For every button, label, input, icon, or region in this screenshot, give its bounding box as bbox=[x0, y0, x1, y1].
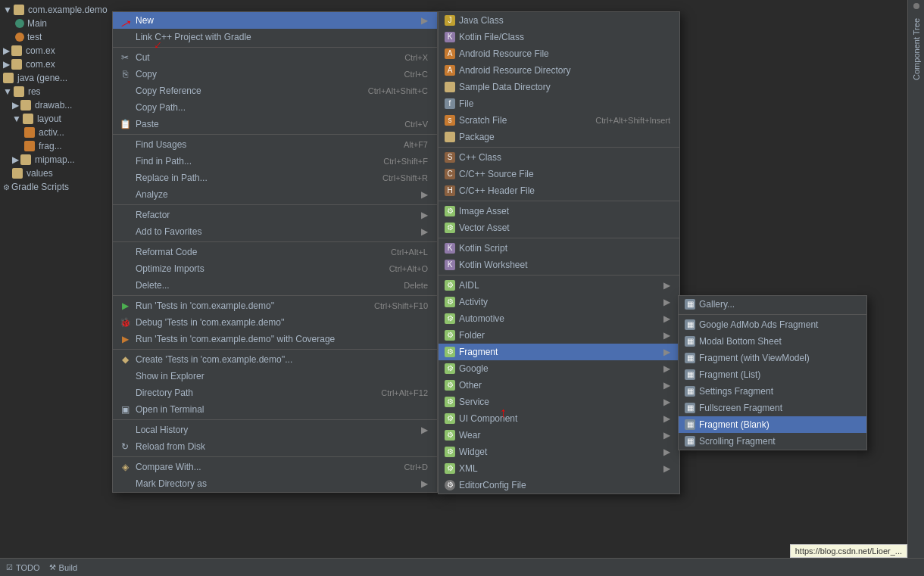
fragment-admob[interactable]: ▦ Google AdMob Ads Fragment bbox=[679, 316, 866, 333]
menu-item-terminal[interactable]: ▣ Open in Terminal bbox=[113, 401, 437, 418]
separator6 bbox=[113, 349, 437, 350]
tree-item-mipmap[interactable]: ▶ mipmap... bbox=[0, 153, 114, 167]
menu-item-refactor[interactable]: Refactor ▶ bbox=[113, 207, 437, 223]
tree-item-frag[interactable]: frag... bbox=[0, 139, 114, 153]
tree-item-layout[interactable]: ▼ layout bbox=[0, 112, 114, 126]
fragment-blank[interactable]: ▦ Fragment (Blank) bbox=[679, 416, 866, 433]
tree-item-demo[interactable]: ▼ com.example.demo bbox=[0, 3, 114, 17]
gallery-icon: ▦ bbox=[685, 299, 695, 310]
fragment-fullscreen[interactable]: ▦ Fullscreen Fragment bbox=[679, 400, 866, 416]
menu-item-debug[interactable]: 🐞 Debug 'Tests in 'com.example.demo'' bbox=[113, 314, 437, 331]
fragment-scrolling[interactable]: ▦ Scrolling Fragment bbox=[679, 433, 866, 450]
separator5 bbox=[113, 295, 437, 296]
menu-item-analyze[interactable]: Analyze ▶ bbox=[113, 186, 437, 203]
package-icon bbox=[445, 132, 455, 142]
menu-item-paste[interactable]: 📋 Paste Ctrl+V bbox=[113, 116, 437, 132]
menu-item-favorites[interactable]: Add to Favorites ▶ bbox=[113, 223, 437, 240]
fragment-settings[interactable]: ▦ Settings Fragment bbox=[679, 383, 866, 400]
menu-item-replace-path[interactable]: Replace in Path... Ctrl+Shift+R bbox=[113, 170, 437, 186]
new-aidl[interactable]: ⚙ AIDL ▶ bbox=[439, 277, 679, 294]
tree-item-values[interactable]: values bbox=[0, 167, 114, 180]
submenu-new: J Java Class K Kotlin File/Class A Andro… bbox=[438, 11, 680, 494]
tree-item-java[interactable]: java (gene... bbox=[0, 71, 114, 85]
new-ui-component[interactable]: ⚙ UI Component ▶ bbox=[439, 410, 679, 427]
service-icon: ⚙ bbox=[445, 397, 455, 407]
new-android-res-file[interactable]: A Android Resource File bbox=[439, 45, 679, 62]
new-other[interactable]: ⚙ Other ▶ bbox=[439, 377, 679, 394]
file-icon: f bbox=[445, 98, 455, 109]
new-scratch[interactable]: s Scratch File Ctrl+Alt+Shift+Insert bbox=[439, 112, 679, 129]
new-kotlin-file[interactable]: K Kotlin File/Class bbox=[439, 29, 679, 45]
tree-item-res[interactable]: ▼ res bbox=[0, 85, 114, 98]
new-cpp-header[interactable]: H C/C++ Header File bbox=[439, 182, 679, 199]
menu-item-find-usages[interactable]: Find Usages Alt+F7 bbox=[113, 136, 437, 153]
fragment-list[interactable]: ▦ Fragment (List) bbox=[679, 366, 866, 383]
menu-item-compare[interactable]: ◈ Compare With... Ctrl+D bbox=[113, 459, 437, 475]
layout-file-icon1 bbox=[24, 127, 35, 138]
new-file[interactable]: f File bbox=[439, 95, 679, 112]
menu-item-show-explorer[interactable]: Show in Explorer bbox=[113, 368, 437, 385]
folder-icon5 bbox=[14, 86, 24, 97]
scratch-icon: s bbox=[445, 115, 455, 126]
component-tree-label[interactable]: Component Tree bbox=[912, 18, 921, 80]
new-kotlin-worksheet[interactable]: K Kotlin Worksheet bbox=[439, 257, 679, 273]
menu-item-link-cpp[interactable]: Link C++ Project with Gradle bbox=[113, 29, 437, 45]
new-editorconfig[interactable]: ⚙ EditorConfig File bbox=[439, 477, 679, 493]
fragment-gallery[interactable]: ▦ Gallery... bbox=[679, 296, 866, 313]
menu-item-reformat[interactable]: Reformat Code Ctrl+Alt+L bbox=[113, 244, 437, 260]
new-sample-data[interactable]: Sample Data Directory bbox=[439, 79, 679, 95]
menu-item-reload[interactable]: ↻ Reload from Disk bbox=[113, 438, 437, 455]
sample-folder-icon bbox=[445, 82, 455, 92]
new-image-asset[interactable]: ⚙ Image Asset bbox=[439, 203, 679, 220]
menu-item-new[interactable]: New ▶ bbox=[113, 12, 437, 29]
new-fragment[interactable]: ⚙ Fragment ▶ bbox=[439, 344, 679, 360]
new-widget[interactable]: ⚙ Widget ▶ bbox=[439, 444, 679, 460]
menu-item-cut[interactable]: ✂ Cut Ctrl+X bbox=[113, 49, 437, 66]
folder-icon3 bbox=[11, 59, 22, 70]
tree-item-drawable[interactable]: ▶ drawab... bbox=[0, 98, 114, 112]
separator2 bbox=[113, 134, 437, 135]
image-asset-icon: ⚙ bbox=[445, 206, 455, 216]
new-cpp-class[interactable]: S C++ Class bbox=[439, 149, 679, 166]
fragment-viewmodel[interactable]: ▦ Fragment (with ViewModel) bbox=[679, 350, 866, 366]
menu-item-run-coverage[interactable]: ▶ Run 'Tests in 'com.example.demo'' with… bbox=[113, 331, 437, 347]
tree-item-comex2[interactable]: ▶ com.ex bbox=[0, 58, 114, 71]
tree-item-gradle[interactable]: ⚙ Gradle Scripts bbox=[0, 180, 114, 194]
new-package[interactable]: Package bbox=[439, 129, 679, 145]
fragment-modal[interactable]: ▦ Modal Bottom Sheet bbox=[679, 333, 866, 350]
menu-item-find-path[interactable]: Find in Path... Ctrl+Shift+F bbox=[113, 153, 437, 170]
menu-item-dir-path[interactable]: Directory Path Ctrl+Alt+F12 bbox=[113, 385, 437, 401]
menu-item-local-history[interactable]: Local History ▶ bbox=[113, 422, 437, 438]
new-wear[interactable]: ⚙ Wear ▶ bbox=[439, 427, 679, 444]
tree-item-activ[interactable]: activ... bbox=[0, 126, 114, 139]
new-vector-asset[interactable]: ⚙ Vector Asset bbox=[439, 220, 679, 236]
new-android-res-dir[interactable]: A Android Resource Directory bbox=[439, 62, 679, 79]
menu-item-copy-path[interactable]: Copy Path... bbox=[113, 99, 437, 116]
menu-item-optimize[interactable]: Optimize Imports Ctrl+Alt+O bbox=[113, 260, 437, 277]
menu-item-copy[interactable]: ⎘ Copy Ctrl+C bbox=[113, 66, 437, 83]
sep-frag1 bbox=[679, 314, 866, 315]
sidebar-dot bbox=[913, 3, 919, 9]
todo-tab[interactable]: ☑ TODO bbox=[6, 563, 40, 572]
new-activity[interactable]: ⚙ Activity ▶ bbox=[439, 294, 679, 310]
admob-icon: ▦ bbox=[685, 319, 695, 330]
new-xml[interactable]: ⚙ XML ▶ bbox=[439, 460, 679, 477]
menu-item-delete[interactable]: Delete... Delete bbox=[113, 277, 437, 294]
folder-icon6 bbox=[20, 100, 31, 111]
new-folder[interactable]: ⚙ Folder ▶ bbox=[439, 327, 679, 344]
build-tab[interactable]: ⚒ Build bbox=[49, 563, 77, 572]
menu-item-mark-dir[interactable]: Mark Directory as ▶ bbox=[113, 475, 437, 492]
menu-item-copy-ref[interactable]: Copy Reference Ctrl+Alt+Shift+C bbox=[113, 83, 437, 99]
menu-item-create-tests[interactable]: ◆ Create 'Tests in 'com.example.demo''..… bbox=[113, 351, 437, 368]
menu-item-run[interactable]: ▶ Run 'Tests in 'com.example.demo'' Ctrl… bbox=[113, 297, 437, 314]
new-google[interactable]: ⚙ Google ▶ bbox=[439, 360, 679, 377]
new-java-class[interactable]: J Java Class bbox=[439, 12, 679, 29]
tree-item-test[interactable]: test bbox=[0, 30, 114, 44]
tree-item-main[interactable]: Main bbox=[0, 17, 114, 30]
new-automotive[interactable]: ⚙ Automotive ▶ bbox=[439, 310, 679, 327]
new-cpp-source[interactable]: C C/C++ Source File bbox=[439, 166, 679, 182]
new-kotlin-script[interactable]: K Kotlin Script bbox=[439, 240, 679, 257]
tree-item-comex1[interactable]: ▶ com.ex bbox=[0, 44, 114, 58]
new-service[interactable]: ⚙ Service ▶ bbox=[439, 394, 679, 410]
submenu-fragment: ▦ Gallery... ▦ Google AdMob Ads Fragment… bbox=[678, 295, 867, 450]
